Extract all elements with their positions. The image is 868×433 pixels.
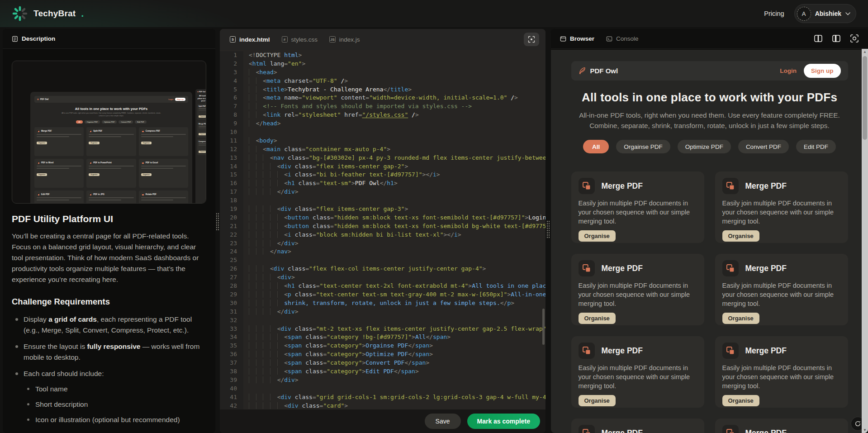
code-line: 25 <box>220 256 545 265</box>
refresh-icon <box>854 420 861 427</box>
organise-button[interactable]: Organise <box>579 230 616 242</box>
thumb-brand: ✿PDF Owl <box>37 98 48 100</box>
brand-name: TechyBrat <box>33 9 76 19</box>
brand-dot: . <box>81 8 84 19</box>
site-signup-button[interactable]: Sign up <box>804 64 841 78</box>
tool-card-description: Easily join multiple PDF documents in yo… <box>722 199 841 226</box>
right-resize-handle[interactable] <box>546 220 550 238</box>
code-line: 6 <meta name="viewport" content="width=d… <box>220 94 545 102</box>
thumb-card-icon <box>89 193 92 196</box>
tool-card-title: Merge PDF <box>602 346 643 356</box>
tool-card-description: Easily join multiple PDF documents in yo… <box>579 363 697 390</box>
organise-button[interactable]: Organise <box>579 313 616 324</box>
thumb-card: Rotate PDF Organise <box>139 190 188 204</box>
nav-pricing[interactable]: Pricing <box>764 10 784 17</box>
editor-file-tab[interactable]: JS index.js <box>329 36 360 43</box>
avatar: A <box>797 7 811 21</box>
code-line: 11 <body> <box>220 137 545 145</box>
organise-button[interactable]: Organise <box>579 395 616 406</box>
mark-as-complete-button[interactable]: Mark as complete <box>467 414 541 429</box>
scrollbar-down-arrow[interactable]: ▼ <box>862 428 868 432</box>
code-line: 33 <div class="mt-2 text-xs flex items-c… <box>220 325 545 333</box>
code-line: 10 <box>220 128 545 137</box>
thumb-card: PDF to JPG Organise <box>86 190 136 204</box>
thumb-mobile-card: Split PDF Organise <box>197 104 206 120</box>
preview-scrollbar[interactable]: ▲ ▼ <box>862 49 868 433</box>
filter-pill[interactable]: Convert PDF <box>738 140 789 153</box>
preview-scrollbar-thumb[interactable] <box>863 56 867 140</box>
scrollbar-up-arrow[interactable]: ▲ <box>862 50 868 54</box>
editor-panel: 5 index.html # styles.css JS index.js 1<… <box>220 29 545 433</box>
merge-pdf-icon <box>722 343 739 359</box>
code-editor[interactable]: 1<!DOCTYPE html>2<html lang="en">3 <head… <box>220 50 545 409</box>
techybrat-logo-icon <box>12 5 28 22</box>
user-menu[interactable]: A Abishiek <box>794 4 856 23</box>
code-line: 41 <div class="grid grid-cols-1 sm:grid-… <box>220 393 545 402</box>
thumb-heading: All tools in one place to work with your… <box>34 107 188 111</box>
tab-description[interactable]: Description <box>12 35 55 42</box>
organise-button[interactable]: Organise <box>722 230 759 242</box>
save-button[interactable]: Save <box>425 414 461 429</box>
code-line: 20 <button class="hidden sm:block text-x… <box>220 214 545 222</box>
requirement-subitem: Tool name <box>24 384 206 395</box>
chevron-down-icon <box>845 12 850 15</box>
thumb-signup: Sign up <box>175 98 185 101</box>
challenge-preview-image: ✿PDF Owl Login Sign up All tools in one … <box>12 61 206 204</box>
filter-pill[interactable]: Optimize PDF <box>678 140 731 153</box>
site-login-button[interactable]: Login <box>780 67 797 74</box>
thumb-card-icon <box>37 129 40 133</box>
merge-pdf-icon <box>722 178 739 194</box>
split-view-left-button[interactable] <box>812 32 825 45</box>
thumb-pill: Edit PDF <box>135 120 146 124</box>
thumb-card: PDF to Word Organise <box>34 159 84 188</box>
thumb-pills: AllOrgainse PDFOptimize PDFConvert PDFEd… <box>34 120 188 124</box>
code-line: 16 <h1 class="text-sm">PDF Owl</h1> <box>220 179 545 188</box>
code-line: 28 <h1 class="text-center text-2xl font-… <box>220 282 545 290</box>
organise-button[interactable]: Organise <box>722 313 759 324</box>
split-view-right-button[interactable] <box>830 32 843 45</box>
code-line: 22 <i class="block sm:hidden bi bi-list … <box>220 231 545 239</box>
thumb-card: PDF to PowerPoint Organise <box>86 159 136 188</box>
thumb-pill: Optimize PDF <box>102 120 117 124</box>
code-line: 35 <span class="category">Orgainse PDF</… <box>220 342 545 350</box>
thumb-pill: Orgainse PDF <box>85 120 100 124</box>
screenshot-button[interactable] <box>848 32 861 45</box>
filter-pill[interactable]: Edit PDF <box>796 140 836 153</box>
code-line: 1<!DOCTYPE html> <box>220 51 545 60</box>
code-line: 4 <meta charset="UTF-8" /> <box>220 77 545 86</box>
site-navbar: PDF Owl Login Sign up <box>571 61 848 81</box>
editor-file-tab[interactable]: 5 index.html <box>230 36 270 43</box>
tool-card: Merge PDF Easily join multiple PDF docum… <box>571 336 704 408</box>
left-resize-handle[interactable] <box>216 213 219 231</box>
requirement-item: Display a grid of cards, each representi… <box>12 314 206 336</box>
code-line: 42 <div class="card"> <box>220 402 545 409</box>
thumb-card: Merge PDF Organise <box>34 127 84 156</box>
code-line: 37 <span class="category">Convert PDF</s… <box>220 359 545 367</box>
description-tabbar: Description <box>3 29 215 49</box>
editor-scrollbar-thumb[interactable] <box>542 309 545 345</box>
code-line: 26 <div class="flex flex-col items-cente… <box>220 265 545 273</box>
tool-card-description: Easily join multiple PDF documents in yo… <box>579 199 697 226</box>
thumb-login: Login <box>168 98 173 100</box>
tool-card: Merge PDF Easily join multiple PDF docum… <box>715 419 848 433</box>
tool-card-title: Merge PDF <box>602 181 643 191</box>
file-type-icon: JS <box>329 36 336 43</box>
screenshot-icon <box>850 34 859 43</box>
tab-browser[interactable]: Browser <box>560 35 594 42</box>
filter-pill[interactable]: All <box>583 140 609 153</box>
merge-pdf-icon <box>722 425 739 433</box>
editor-file-tab[interactable]: # styles.css <box>282 36 318 43</box>
format-code-button[interactable] <box>524 33 539 46</box>
feather-icon <box>579 67 586 75</box>
tool-card-title: Merge PDF <box>602 264 643 273</box>
merge-pdf-icon <box>722 260 739 276</box>
preview-panel: Browser Console <box>551 29 868 433</box>
code-line: 9 </head> <box>220 119 545 128</box>
filter-pill[interactable]: Orgainse PDF <box>616 140 670 153</box>
tool-card-description: Easily join multiple PDF documents in yo… <box>722 363 841 390</box>
code-line: 13 <nav class="bg-[#30302e] px-4 py-3 ro… <box>220 154 545 162</box>
brand[interactable]: TechyBrat. <box>12 5 84 22</box>
tool-card-title: Merge PDF <box>745 264 787 273</box>
tab-console[interactable]: Console <box>606 35 639 42</box>
organise-button[interactable]: Organise <box>722 395 759 406</box>
